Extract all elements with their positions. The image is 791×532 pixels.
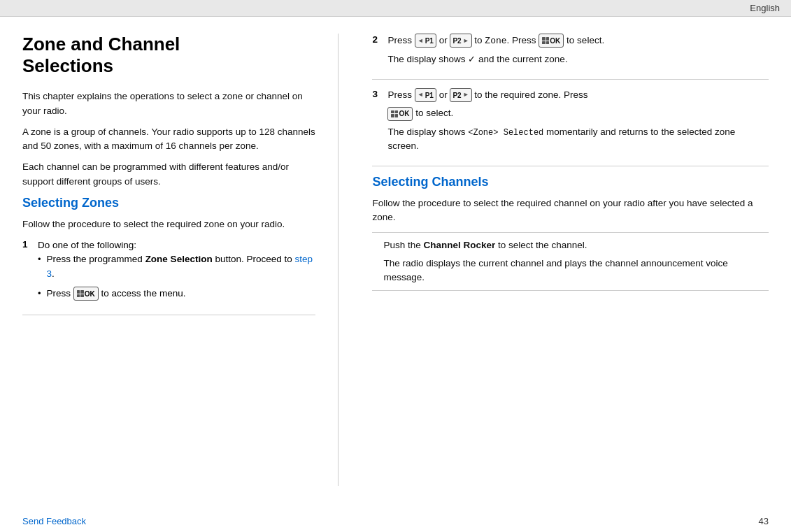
bullet-2-pre: Press	[47, 288, 73, 299]
step-3-line2: OK to select.	[387, 106, 769, 120]
channel-display-line: The radio displays the current channel a…	[383, 257, 769, 285]
step-2-press2: Press	[512, 35, 539, 45]
ok-button-icon-1: OK	[73, 287, 99, 301]
step-3-display-pre: The display shows	[387, 127, 468, 137]
step-3-row: 3 Press ◄P1 or P2►	[372, 88, 769, 153]
step-3-display-line: The display shows <Zone> Selected moment…	[387, 125, 769, 154]
channels-top-divider	[372, 232, 769, 233]
ok-button-icon-2: OK	[539, 34, 564, 48]
p1-text: P1	[425, 36, 434, 46]
intro-para2: A zone is a group of channels. Your radi…	[22, 125, 315, 154]
page: English Zone and Channel Selections This…	[0, 0, 791, 532]
step-2-display-post: and the current zone.	[478, 54, 568, 64]
step-1-row: 1 Do one of the following: Press the pro…	[22, 238, 315, 306]
step-2-row: 2 Press ◄P1 or P2►	[372, 34, 769, 66]
language-label: English	[750, 3, 780, 13]
selecting-zones-intro: Follow the procedure to select the requi…	[22, 217, 315, 231]
ok-button-icon-3: OK	[387, 107, 413, 121]
selecting-channels-intro: Follow the procedure to select the requi…	[372, 196, 769, 225]
step-2-number: 2	[372, 34, 387, 45]
selecting-zones-heading: Selecting Zones	[22, 196, 315, 210]
footer: Send Feedback 43	[0, 510, 791, 532]
bullet-1-pre: Press the programmed	[47, 254, 145, 264]
step-2-content: Press ◄P1 or P2► to Zone.	[387, 34, 769, 66]
intro-para1: This chapter explains the operations to …	[22, 89, 315, 118]
step-1-content: Do one of the following: Press the progr…	[38, 238, 315, 306]
step-2-or: or	[439, 35, 450, 45]
bullet-1: Press the programmed Zone Selection butt…	[38, 252, 315, 281]
channel-rocker-bold: Channel Rocker	[424, 240, 496, 250]
step-1-number: 1	[22, 238, 38, 250]
step-2-display-line: The display shows ✓ and the current zone…	[387, 52, 769, 66]
p2-button-icon-3: P2►	[450, 88, 471, 102]
main-content: Zone and Channel Selections This chapter…	[0, 17, 791, 503]
channel-push-pre: Push the	[383, 240, 423, 250]
send-feedback-link[interactable]: Send Feedback	[22, 516, 86, 526]
bullet-1-post: button. Proceed to	[213, 254, 295, 264]
p2-text: P2	[452, 36, 461, 46]
channel-push-post: to select the channel.	[495, 240, 587, 250]
ok-label-3: OK	[399, 108, 409, 119]
bullet-2-content: Press OK to acc	[47, 287, 186, 301]
step-2-block: 2 Press ◄P1 or P2►	[372, 34, 769, 80]
channel-push-line: Push the Channel Rocker to select the ch…	[383, 238, 769, 252]
step-1-text: Do one of the following:	[38, 240, 136, 250]
grid-icon-3	[391, 110, 398, 117]
step-3-to-select: to select.	[415, 108, 453, 118]
selecting-channels-heading: Selecting Channels	[372, 175, 769, 189]
step-3-or: or	[439, 89, 450, 100]
header-bar: English	[0, 0, 791, 17]
bullet-list: Press the programmed Zone Selection butt…	[38, 252, 315, 301]
intro-para3: Each channel can be programmed with diff…	[22, 160, 315, 189]
p1-button-icon-3: ◄P1	[415, 88, 436, 102]
zone-selection-bold: Zone Selection	[145, 254, 213, 264]
checkmark-icon: ✓	[468, 54, 476, 64]
p2-button-icon: P2►	[450, 34, 471, 48]
step-3-line1: Press ◄P1 or P2► to the required zone. P…	[387, 88, 769, 102]
step-2-to-select: to select.	[566, 35, 604, 45]
page-title: Zone and Channel Selections	[22, 34, 315, 77]
bullet-2: Press OK to acc	[38, 287, 315, 301]
step-1-block: 1 Do one of the following: Press the pro…	[22, 238, 315, 306]
ok-label-2: OK	[550, 36, 560, 46]
step-3-code: <Zone> Selected	[468, 128, 543, 138]
p2-arrow-right: ►	[463, 36, 469, 46]
step-2-line1: Press ◄P1 or P2► to Zone.	[387, 34, 769, 48]
p1-arrow-left: ◄	[418, 36, 424, 46]
zone-word: Zone	[485, 36, 506, 46]
step-3-pre: Press	[387, 89, 414, 100]
selecting-channels-section: Selecting Channels Follow the procedure …	[372, 175, 769, 291]
grid-icon-2	[542, 37, 549, 44]
step-2-pre: Press	[387, 35, 414, 45]
right-column: 2 Press ◄P1 or P2►	[366, 34, 769, 486]
step-2-to: to	[474, 35, 485, 45]
left-bottom-divider	[22, 315, 315, 315]
step-2-display: The display shows	[387, 54, 465, 64]
grid-icon-1	[77, 290, 84, 297]
step-3-to: to the required zone. Press	[474, 89, 587, 100]
step-3-number: 3	[372, 88, 387, 99]
page-number: 43	[759, 516, 769, 526]
step-3-block: 3 Press ◄P1 or P2►	[372, 88, 769, 166]
left-column: Zone and Channel Selections This chapter…	[22, 34, 339, 486]
bullet-1-content: Press the programmed Zone Selection butt…	[47, 252, 316, 281]
ok-label-1: OK	[85, 289, 95, 299]
p1-button-icon: ◄P1	[415, 34, 436, 48]
channels-bottom-divider	[372, 290, 769, 291]
bullet-2-post: to access the menu.	[101, 288, 186, 299]
step-3-content: Press ◄P1 or P2► to the required zone. P…	[387, 88, 769, 153]
